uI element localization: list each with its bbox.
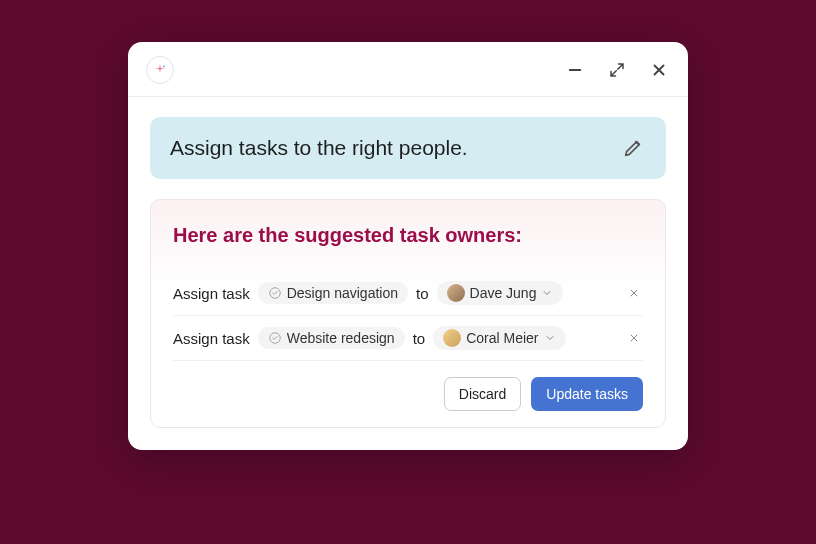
chevron-down-icon xyxy=(544,332,556,344)
modal-header xyxy=(128,42,688,97)
modal-body: Assign tasks to the right people. Here a… xyxy=(128,97,688,450)
minimize-icon xyxy=(566,61,584,79)
task-row: Assign task Website redesign to Coral Me… xyxy=(173,316,643,361)
edit-prompt-button[interactable] xyxy=(620,135,646,161)
remove-row-button[interactable] xyxy=(625,284,643,302)
suggestions-title: Here are the suggested task owners: xyxy=(173,224,643,247)
discard-button[interactable]: Discard xyxy=(444,377,521,411)
actions-bar: Discard Update tasks xyxy=(173,377,643,411)
remove-row-button[interactable] xyxy=(625,329,643,347)
assignee-name: Coral Meier xyxy=(466,330,538,346)
close-button[interactable] xyxy=(648,59,670,81)
task-row: Assign task Design navigation to Dave Ju… xyxy=(173,271,643,316)
x-icon xyxy=(628,287,640,299)
assignee-chip[interactable]: Coral Meier xyxy=(433,326,565,350)
expand-button[interactable] xyxy=(606,59,628,81)
header-actions xyxy=(564,59,670,81)
avatar xyxy=(443,329,461,347)
assign-prefix: Assign task xyxy=(173,330,250,347)
task-chip[interactable]: Design navigation xyxy=(258,282,408,304)
assignee-name: Dave Jung xyxy=(470,285,537,301)
expand-icon xyxy=(608,61,626,79)
connector-text: to xyxy=(413,330,426,347)
task-name: Website redesign xyxy=(287,330,395,346)
pencil-icon xyxy=(622,137,644,159)
prompt-bar: Assign tasks to the right people. xyxy=(150,117,666,179)
close-icon xyxy=(650,61,668,79)
minimize-button[interactable] xyxy=(564,59,586,81)
modal: Assign tasks to the right people. Here a… xyxy=(128,42,688,450)
assignee-chip[interactable]: Dave Jung xyxy=(437,281,564,305)
task-name: Design navigation xyxy=(287,285,398,301)
check-circle-icon xyxy=(268,331,282,345)
sparkle-icon xyxy=(152,62,168,78)
prompt-text: Assign tasks to the right people. xyxy=(170,136,468,160)
connector-text: to xyxy=(416,285,429,302)
update-tasks-button[interactable]: Update tasks xyxy=(531,377,643,411)
suggestions-panel: Here are the suggested task owners: Assi… xyxy=(150,199,666,428)
x-icon xyxy=(628,332,640,344)
avatar xyxy=(447,284,465,302)
check-circle-icon xyxy=(268,286,282,300)
task-chip[interactable]: Website redesign xyxy=(258,327,405,349)
chevron-down-icon xyxy=(541,287,553,299)
assign-prefix: Assign task xyxy=(173,285,250,302)
sparkle-logo xyxy=(146,56,174,84)
